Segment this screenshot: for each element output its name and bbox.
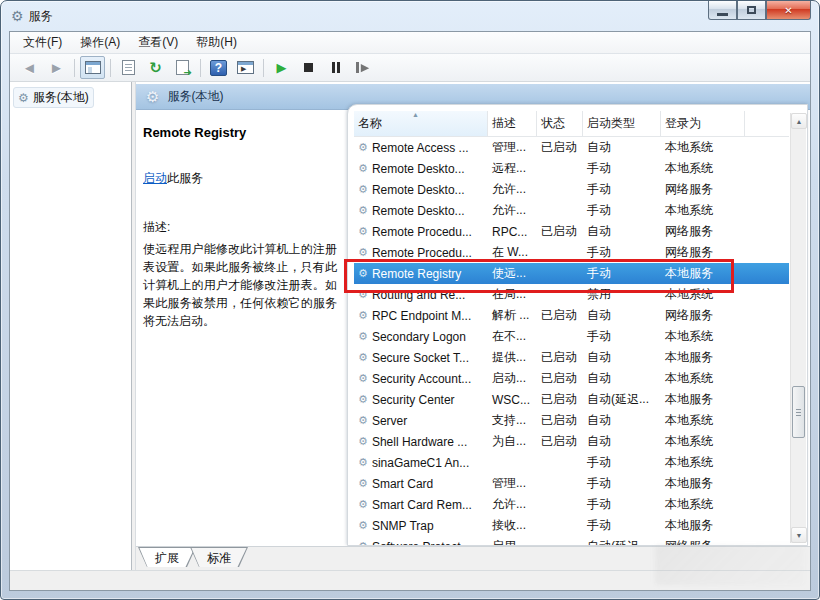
cell: 本地系统 — [661, 496, 745, 513]
table-row[interactable]: ⚙Remote Deskto...允许...手动网络服务 — [354, 179, 789, 200]
cell: 已启动 — [537, 223, 583, 240]
play-icon: ▶ — [277, 60, 287, 75]
service-rows: ⚙Remote Access ...管理...已启动自动本地系统⚙Remote … — [354, 137, 789, 545]
cell: 手动 — [583, 160, 661, 177]
cell: 本地系统 — [661, 370, 745, 387]
table-row[interactable]: ⚙Security CenterWSC...已启动自动(延迟...本地服务 — [354, 389, 789, 410]
title-bar[interactable]: ⚙ 服务 ✕ — [1, 1, 819, 31]
cell: ⚙Routing and Re... — [354, 288, 488, 302]
cell: 管理... — [488, 475, 537, 492]
menu-file[interactable]: 文件(F) — [14, 32, 71, 53]
cell: 已启动 — [537, 370, 583, 387]
table-row[interactable]: ⚙Smart Card管理...手动本地服务 — [354, 473, 789, 494]
cell: 本地系统 — [661, 202, 745, 219]
tree-item-services-local[interactable]: ⚙ 服务(本地) — [13, 87, 94, 108]
tab-standard-label: 标准 — [191, 548, 247, 567]
table-row[interactable]: ⚙RPC Endpoint M...解析 ...已启动自动网络服务 — [354, 305, 789, 326]
menu-action[interactable]: 操作(A) — [71, 32, 129, 53]
menu-help[interactable]: 帮助(H) — [187, 32, 246, 53]
cell: 手动 — [583, 475, 661, 492]
maximize-icon — [747, 6, 756, 14]
scroll-up-button[interactable]: ▲ — [791, 113, 807, 129]
pause-icon — [331, 59, 341, 77]
cell: 提供... — [488, 349, 537, 366]
close-button[interactable]: ✕ — [766, 1, 811, 20]
cell: 网络服务 — [661, 223, 745, 240]
cell: 本地系统 — [661, 160, 745, 177]
service-gear-icon: ⚙ — [358, 498, 368, 511]
table-row[interactable]: ⚙Security Account...启动...已启动自动本地系统 — [354, 368, 789, 389]
service-name: Shell Hardware ... — [372, 435, 467, 449]
table-row[interactable]: ⚙SNMP Trap接收...手动本地服务 — [354, 515, 789, 536]
cell: ⚙Secure Socket T... — [354, 351, 488, 365]
tab-standard[interactable]: 标准 — [190, 547, 248, 567]
start-service-link[interactable]: 启动 — [143, 171, 167, 185]
scrollbar-thumb[interactable] — [792, 386, 805, 438]
table-row[interactable]: ⚙Server支持...已启动自动本地系统 — [354, 410, 789, 431]
back-button[interactable]: ◄ — [17, 56, 42, 79]
table-row[interactable]: ⚙Remote Deskto...允许...手动本地系统 — [354, 200, 789, 221]
action-pane-icon — [237, 61, 254, 74]
export-list-button[interactable] — [170, 56, 195, 79]
right-pane: ⚙ 服务(本地) Remote Registry 启动此服务 描述: 使远程用户… — [136, 82, 810, 570]
cell: ⚙Remote Procedu... — [354, 225, 488, 239]
cell: 已启动 — [537, 391, 583, 408]
column-header-startup-type[interactable]: 启动类型 — [583, 111, 661, 136]
cell: 手动 — [583, 202, 661, 219]
help-button[interactable]: ? — [206, 56, 231, 79]
toolbar-separator — [263, 59, 264, 77]
table-row[interactable]: ⚙Remote Registry使远...手动本地服务 — [354, 263, 789, 284]
sort-asc-icon: ▲ — [412, 111, 419, 118]
table-row[interactable]: ⚙Shell Hardware ...为自...已启动自动本地系统 — [354, 431, 789, 452]
column-header-status[interactable]: 状态 — [537, 111, 583, 136]
service-gear-icon: ⚙ — [358, 519, 368, 532]
console-tree-icon — [85, 61, 101, 74]
column-header-name[interactable]: 名称 ▲ — [354, 111, 488, 136]
cell: 使远... — [488, 265, 537, 282]
table-row[interactable]: ⚙Smart Card Rem...允许...手动本地系统 — [354, 494, 789, 515]
show-action-pane-button[interactable] — [233, 56, 258, 79]
service-name: Remote Deskto... — [372, 204, 465, 218]
table-row[interactable]: ⚙Remote Deskto...远程...手动本地系统 — [354, 158, 789, 179]
start-service-button[interactable]: ▶ — [269, 56, 294, 79]
column-header-label: 描述 — [492, 115, 516, 132]
table-row[interactable]: ⚙Routing and Re...在局...禁用本地系统 — [354, 284, 789, 305]
cell: 本地服务 — [661, 475, 745, 492]
export-icon — [176, 60, 189, 75]
tab-extended-label: 扩展 — [139, 548, 195, 567]
forward-button[interactable]: ► — [44, 56, 69, 79]
show-console-tree-button[interactable] — [80, 56, 105, 79]
restart-service-button[interactable]: ▶ — [350, 56, 375, 79]
menu-view[interactable]: 查看(V) — [129, 32, 187, 53]
table-row[interactable]: ⚙Secure Socket T...提供...已启动自动本地服务 — [354, 347, 789, 368]
table-row[interactable]: ⚙Software Protect...启用...自动(延迟...网络服务 — [354, 536, 789, 545]
minimize-button[interactable] — [708, 1, 737, 20]
table-row[interactable]: ⚙sinaGameC1 An...手动本地系统 — [354, 452, 789, 473]
refresh-button[interactable]: ↻ — [143, 56, 168, 79]
tab-extended[interactable]: 扩展 — [138, 547, 196, 567]
table-row[interactable]: ⚙Remote Procedu...RPC...已启动自动网络服务 — [354, 221, 789, 242]
column-header-description[interactable]: 描述 — [488, 111, 537, 136]
restart-icon: ▶ — [356, 61, 369, 74]
cell: RPC... — [488, 225, 537, 239]
stop-service-button[interactable] — [296, 56, 321, 79]
cell: 支持... — [488, 412, 537, 429]
cell: 手动 — [583, 328, 661, 345]
table-row[interactable]: ⚙Remote Procedu...在 W...手动网络服务 — [354, 242, 789, 263]
table-row[interactable]: ⚙Secondary Logon在不...手动本地系统 — [354, 326, 789, 347]
column-header-logon-as[interactable]: 登录为 — [661, 111, 745, 136]
service-name: Secondary Logon — [372, 330, 466, 344]
cell: 接收... — [488, 517, 537, 534]
cell: ⚙Shell Hardware ... — [354, 435, 488, 449]
vertical-scrollbar[interactable]: ▲ ▼ — [790, 113, 806, 543]
cell: 自动 — [583, 412, 661, 429]
pause-service-button[interactable] — [323, 56, 348, 79]
scroll-down-button[interactable]: ▼ — [791, 527, 807, 543]
cell: 在 W... — [488, 244, 537, 261]
service-name: Smart Card Rem... — [372, 498, 472, 512]
table-row[interactable]: ⚙Remote Access ...管理...已启动自动本地系统 — [354, 137, 789, 158]
maximize-button[interactable] — [737, 1, 766, 20]
list-header: 名称 ▲ 描述 状态 启动类型 登录为 — [354, 111, 789, 137]
cell: 本地系统 — [661, 433, 745, 450]
properties-button[interactable] — [116, 56, 141, 79]
